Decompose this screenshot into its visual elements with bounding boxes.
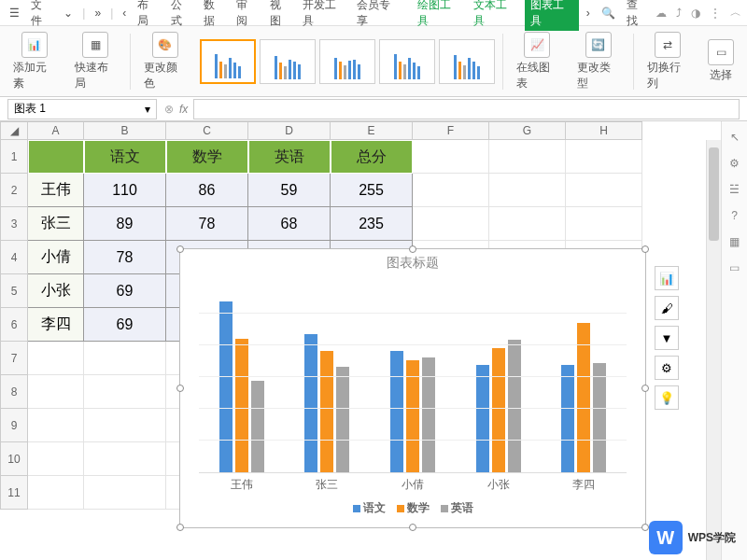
search-label[interactable]: 查找 (623, 0, 652, 31)
collapse-icon[interactable]: ︿ (730, 5, 741, 21)
cell[interactable]: 69 (84, 274, 166, 308)
theme-icon[interactable]: ◑ (691, 7, 700, 20)
cell[interactable]: 数学 (166, 140, 248, 174)
bar[interactable] (492, 348, 505, 472)
cursor-icon[interactable]: ↖ (730, 131, 740, 144)
cell[interactable] (84, 442, 166, 476)
bar[interactable] (251, 381, 264, 472)
col-header[interactable]: H (566, 121, 642, 140)
cell[interactable] (413, 207, 489, 241)
resize-handle[interactable] (409, 245, 416, 253)
cell[interactable]: 王伟 (28, 174, 84, 207)
chart-filter-icon[interactable]: ▼ (655, 326, 679, 350)
style-thumb-5[interactable] (439, 39, 495, 84)
cell[interactable]: 235 (331, 207, 413, 241)
row-header[interactable]: 6 (0, 308, 28, 342)
cell[interactable] (84, 342, 166, 375)
row-header[interactable]: 8 (0, 375, 28, 409)
bar[interactable] (219, 301, 233, 472)
tab-chart-tools[interactable]: 图表工具 (525, 0, 579, 31)
bar[interactable] (577, 323, 590, 472)
bar-group[interactable] (219, 301, 264, 472)
row-header[interactable]: 11 (0, 476, 28, 510)
cell[interactable] (489, 140, 566, 174)
row-header[interactable]: 1 (0, 140, 28, 174)
settings-icon[interactable]: ⚙ (729, 157, 740, 170)
switch-rowcol-button[interactable]: ⇄切换行列 (641, 30, 696, 93)
add-element-button[interactable]: 📊添加元素 (7, 30, 62, 93)
bar[interactable] (235, 339, 248, 472)
bar[interactable] (304, 334, 317, 472)
row-header[interactable]: 7 (0, 342, 28, 375)
bar-group[interactable] (476, 340, 521, 472)
cell[interactable]: 英语 (248, 140, 331, 174)
legend-item[interactable]: 英语 (451, 500, 473, 516)
cell[interactable] (84, 409, 166, 442)
chevron-down-icon[interactable]: ▾ (145, 103, 150, 116)
row-header[interactable]: 4 (0, 241, 28, 274)
bar[interactable] (336, 367, 349, 472)
cell[interactable] (413, 174, 489, 207)
online-chart-button[interactable]: 📈在线图表 (511, 30, 565, 93)
bar[interactable] (390, 351, 403, 472)
resize-handle[interactable] (176, 524, 184, 531)
col-header[interactable]: F (413, 121, 489, 140)
row-header[interactable]: 5 (0, 274, 28, 308)
cell[interactable]: 69 (84, 308, 166, 342)
style-thumb-2[interactable] (260, 39, 316, 84)
col-header[interactable]: G (489, 121, 566, 140)
vertical-scrollbar[interactable] (706, 140, 721, 560)
bar[interactable] (561, 365, 574, 472)
cell[interactable]: 110 (84, 174, 166, 207)
col-header[interactable]: D (248, 121, 331, 140)
cell[interactable]: 68 (248, 207, 331, 241)
bar[interactable] (508, 340, 521, 472)
row-header[interactable]: 3 (0, 207, 28, 241)
help-icon[interactable]: ? (731, 209, 738, 222)
cell[interactable] (566, 140, 642, 174)
tab-text-tools[interactable]: 文本工具 (468, 0, 522, 31)
formula-bar[interactable] (193, 99, 740, 119)
cell[interactable] (28, 342, 84, 375)
search-icon[interactable]: 🔍 (598, 5, 619, 21)
resize-handle[interactable] (641, 385, 649, 392)
bar[interactable] (406, 360, 419, 472)
chevrons-icon[interactable]: » (91, 5, 105, 21)
chevron-down-icon[interactable]: ⌄ (60, 5, 77, 21)
cell[interactable] (489, 207, 566, 241)
style-thumb-3[interactable] (319, 39, 375, 84)
style-thumb-1[interactable] (200, 39, 256, 84)
tab-vip[interactable]: 会员专享 (353, 0, 404, 31)
resize-handle[interactable] (176, 245, 184, 253)
cell[interactable]: 总分 (331, 140, 413, 174)
tab-data[interactable]: 数据 (200, 0, 229, 31)
tab-prev-icon[interactable]: ‹ (119, 5, 130, 21)
tab-formula[interactable]: 公式 (167, 0, 196, 31)
chart-tips-icon[interactable]: 💡 (655, 385, 679, 410)
chart-plot-area[interactable] (199, 277, 627, 473)
tab-view[interactable]: 视图 (266, 0, 295, 31)
bar[interactable] (422, 357, 435, 472)
scroll-thumb[interactable] (709, 147, 719, 241)
cell[interactable] (84, 476, 166, 510)
chart-legend[interactable]: 语文 数学 英语 (180, 500, 645, 516)
cell[interactable] (566, 174, 642, 207)
tab-review[interactable]: 审阅 (233, 0, 261, 31)
file-menu[interactable]: 文件 (27, 0, 56, 31)
cell[interactable] (566, 207, 642, 241)
quick-layout-button[interactable]: ▦快速布局 (69, 30, 123, 93)
cell[interactable]: 小张 (28, 274, 84, 308)
chart-settings-icon[interactable]: ⚙ (655, 356, 679, 380)
cell[interactable] (413, 140, 489, 174)
chart-brush-icon[interactable]: 🖌 (655, 296, 679, 320)
bar[interactable] (593, 363, 606, 472)
bar[interactable] (476, 365, 489, 472)
row-header[interactable]: 2 (0, 174, 28, 207)
select-all-corner[interactable]: ◢ (0, 121, 28, 140)
bar-group[interactable] (304, 334, 349, 472)
row-header[interactable]: 9 (0, 409, 28, 442)
style-thumb-4[interactable] (379, 39, 435, 84)
hamburger-icon[interactable]: ☰ (6, 5, 23, 21)
cell[interactable]: 86 (166, 174, 248, 207)
cell[interactable] (489, 174, 566, 207)
